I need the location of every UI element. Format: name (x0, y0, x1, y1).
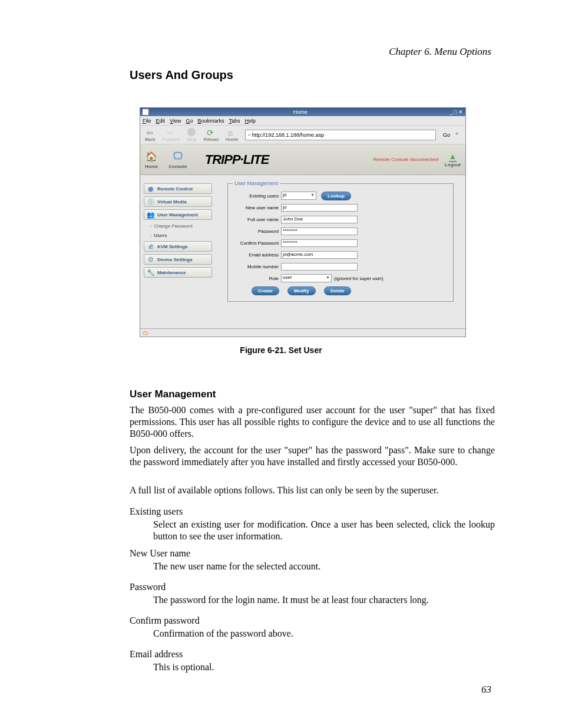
app-console-button[interactable]: 🖵 Console (168, 150, 187, 169)
mobile-input[interactable] (281, 263, 358, 271)
modify-button[interactable]: Modify (287, 286, 316, 295)
app-header: 🏠 Home 🖵 Console TRIPP·LITE Remote Conso… (140, 144, 465, 175)
menu-go[interactable]: Go (186, 118, 193, 124)
def-new-user-name: The new user name for the selected accou… (153, 561, 495, 572)
statusbar: 🗀 (140, 328, 465, 337)
window-icon (143, 109, 148, 115)
sidebar-sub-users[interactable]: Users (144, 232, 212, 239)
sidebar-item-kvm-settings[interactable]: ⎚ KVM Settings (144, 241, 212, 252)
lookup-button[interactable]: Lookup (321, 192, 351, 200)
brand-logo: TRIPP·LITE (205, 152, 269, 167)
existing-users-select[interactable]: jd (281, 192, 316, 200)
menubar: File Edit View Go Bookmarks Tabs Help (140, 116, 465, 126)
menu-bookmarks[interactable]: Bookmarks (197, 118, 224, 124)
window-titlebar: Home _ □ ✕ (140, 108, 465, 116)
remote-control-icon: ◉ (147, 185, 155, 193)
app-home-icon: 🏠 (145, 150, 158, 163)
mobile-label: Mobile number (234, 264, 281, 269)
term-email-address: Email address (130, 648, 495, 660)
url-input[interactable]: ▫ http://192.168.1.188/home.asp (245, 130, 436, 140)
subsection-title: User Management (130, 388, 216, 400)
main-content: ◉ Remote Control 💿 Virtual Media 👥 User … (140, 175, 465, 328)
stop-button: Stop (184, 128, 199, 142)
sidebar-item-remote-control[interactable]: ◉ Remote Control (144, 183, 212, 194)
device-settings-icon: ⚙ (147, 255, 155, 263)
term-confirm-password: Confirm password (130, 615, 495, 627)
maintenance-icon: 🔧 (147, 268, 155, 276)
home-button[interactable]: ⌂ Home (223, 128, 240, 142)
user-management-icon: 👥 (147, 210, 155, 219)
email-label: Email address (234, 252, 281, 258)
sidebar-item-device-settings[interactable]: ⚙ Device Settings (144, 254, 212, 265)
figure-caption: Figure 6-21. Set User (0, 345, 562, 355)
menu-help[interactable]: Help (244, 118, 256, 124)
browser-toolbar: ⇦ Back ⇨ Forward Stop ⟳ Reload ⌂ Home ▫ … (140, 126, 465, 144)
home-icon: ⌂ (228, 128, 236, 136)
paragraph-3: A full list of available options follows… (130, 485, 495, 496)
user-management-fieldset: User Management Existing users jd Lookup… (227, 183, 454, 302)
role-label: Role (234, 276, 281, 281)
logout-button[interactable]: ▲ Logout (445, 151, 461, 167)
term-password: Password (130, 581, 495, 593)
def-confirm-password: Confirmation of the password above. (153, 628, 495, 640)
term-new-user-name: New User name (130, 548, 495, 559)
console-icon: 🖵 (171, 150, 184, 163)
def-password: The password for the login name. It must… (153, 594, 495, 606)
new-user-label: New user name (234, 205, 281, 210)
sidebar-item-virtual-media[interactable]: 💿 Virtual Media (144, 196, 212, 207)
content-panel: User Management Existing users jd Lookup… (216, 175, 465, 328)
statusbar-icon: 🗀 (143, 330, 148, 336)
forward-button: ⇨ Forward (160, 128, 182, 142)
connection-status: Remote Console disconnected! (373, 157, 439, 162)
window-title: Home (151, 109, 450, 115)
app-home-button[interactable]: 🏠 Home (145, 150, 158, 169)
role-select[interactable]: user (281, 274, 332, 282)
new-user-input[interactable]: jd (281, 204, 358, 212)
confirm-password-input[interactable]: ******** (281, 239, 358, 247)
sidebar: ◉ Remote Control 💿 Virtual Media 👥 User … (140, 175, 216, 328)
term-existing-users: Existing users (130, 506, 495, 518)
def-email-address: This is optional. (153, 661, 495, 673)
maximize-button[interactable]: □ (454, 109, 457, 115)
confirm-password-label: Confirm Password (234, 241, 281, 246)
chapter-header: Chapter 6. Menu Options (389, 46, 491, 58)
password-input[interactable]: ******** (281, 228, 358, 235)
paragraph-1: The B050-000 comes with a pre-configured… (130, 404, 495, 440)
sidebar-item-maintenance[interactable]: 🔧 Maintenance (144, 267, 212, 278)
create-button[interactable]: Create (252, 286, 279, 295)
password-label: Password (234, 229, 281, 234)
def-existing-users: Select an existing user for modification… (153, 519, 495, 542)
screenshot-figure: Home _ □ ✕ File Edit View Go Bookmarks T… (140, 107, 466, 337)
sidebar-item-user-management[interactable]: 👥 User Management (144, 209, 212, 220)
menu-view[interactable]: View (170, 118, 181, 124)
reload-icon: ⟳ (207, 128, 215, 136)
go-button[interactable]: Go (441, 132, 452, 138)
close-button[interactable]: ✕ (458, 109, 463, 115)
page-number: 63 (481, 684, 491, 696)
full-name-label: Full user name (234, 217, 281, 222)
back-button[interactable]: ⇦ Back (143, 128, 158, 142)
menu-tabs[interactable]: Tabs (229, 118, 240, 124)
role-note: (ignored for super user) (334, 276, 384, 281)
forward-icon: ⇨ (167, 128, 175, 136)
throbber-icon: ✦ (455, 131, 463, 139)
section-title: Users And Groups (130, 68, 233, 82)
paragraph-2: Upon delivery, the account for the user … (130, 444, 495, 468)
menu-edit[interactable]: Edit (156, 118, 166, 124)
logout-icon: ▲ (449, 151, 457, 162)
delete-button[interactable]: Delete (324, 286, 351, 295)
minimize-button[interactable]: _ (450, 109, 453, 115)
stop-icon (187, 128, 196, 136)
fieldset-legend: User Management (233, 180, 280, 186)
sidebar-sub-change-password[interactable]: Change Password (144, 222, 212, 229)
back-icon: ⇦ (146, 128, 154, 136)
email-input[interactable]: jd@acme.com (281, 251, 358, 259)
reload-button[interactable]: ⟳ Reload (201, 128, 221, 142)
menu-file[interactable]: File (143, 118, 151, 124)
existing-users-label: Existing users (234, 193, 281, 199)
full-name-input[interactable]: John Doe (281, 216, 358, 223)
kvm-settings-icon: ⎚ (147, 242, 155, 251)
page-icon: ▫ (248, 131, 250, 138)
virtual-media-icon: 💿 (147, 197, 155, 206)
